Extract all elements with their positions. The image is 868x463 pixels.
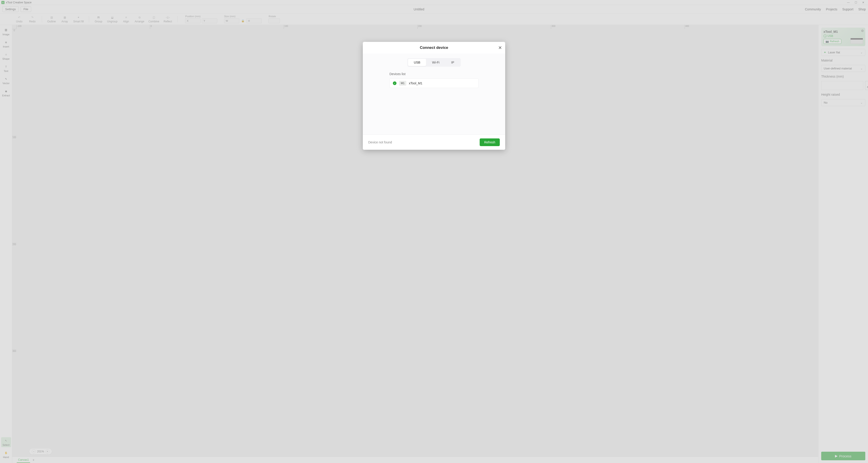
device-not-found-link[interactable]: Device not found: [368, 141, 392, 144]
device-list-item[interactable]: ✓ M1 xTool_M1: [390, 79, 478, 88]
modal-refresh-button[interactable]: Refresh: [480, 138, 500, 146]
connection-tabs: USB Wi-Fi IP: [407, 58, 461, 67]
device-item-name: xTool_M1: [409, 81, 423, 85]
connect-device-modal: Connect device ✕ USB Wi-Fi IP Devices li…: [363, 42, 505, 150]
tab-ip[interactable]: IP: [445, 59, 460, 66]
device-badge: M1: [399, 81, 406, 86]
check-icon: ✓: [393, 81, 397, 85]
tab-wifi[interactable]: Wi-Fi: [426, 59, 445, 66]
modal-title: Connect device: [367, 46, 501, 50]
tab-usb[interactable]: USB: [408, 59, 426, 66]
modal-overlay[interactable]: Connect device ✕ USB Wi-Fi IP Devices li…: [0, 0, 868, 463]
modal-close-button[interactable]: ✕: [498, 45, 502, 51]
devices-list-label: Devices list: [372, 72, 496, 76]
